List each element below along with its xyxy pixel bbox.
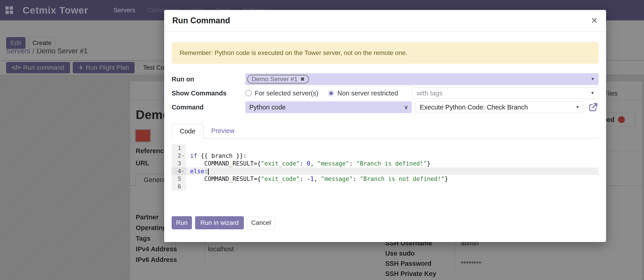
with-tags-select[interactable]: with tags ▼ — [412, 87, 598, 99]
modal-header: Run Command ✕ — [164, 10, 606, 32]
modal-body: Remember: Python code is executed on the… — [164, 42, 606, 229]
command-label: Command — [172, 104, 245, 111]
caret-down-icon: ▼ — [590, 91, 594, 95]
editor-line-2[interactable]: 2▾if {{ branch }}: — [172, 152, 598, 160]
gutter-line-number: 2▾ — [172, 152, 186, 160]
code-text: if {{ branch }}: — [186, 152, 598, 160]
apps-menu-icon[interactable] — [6, 6, 13, 14]
editor-line-6[interactable]: 6 — [172, 183, 598, 190]
external-link-icon[interactable] — [588, 102, 598, 113]
nav-item-servers[interactable]: Servers — [114, 7, 135, 14]
gutter-line-number: 3 — [172, 160, 186, 167]
editor-line-3[interactable]: 3 COMMAND_RESULT={"exit_code": 0, "messa… — [172, 160, 598, 167]
run-button[interactable]: Run — [172, 216, 192, 229]
run-command-form: Run on Demo Server #1 ✖ ▼ Show Commands … — [172, 73, 598, 113]
run-in-wizard-button[interactable]: Run in wizard — [195, 216, 244, 229]
run-on-label: Run on — [172, 76, 245, 83]
run-on-row: Run on Demo Server #1 ✖ ▼ — [172, 73, 598, 85]
code-text: COMMAND_RESULT={"exit_code": 0, "message… — [186, 160, 598, 167]
chevron-down-icon: ∨ — [404, 104, 408, 111]
modal-tabs: Code Preview — [172, 124, 598, 138]
tag-remove-icon[interactable]: ✖ — [300, 76, 304, 82]
gutter-line-number: 1 — [172, 144, 186, 152]
radio-non-server-restricted[interactable]: Non server restricted — [328, 90, 398, 97]
code-editor[interactable]: 12▾if {{ branch }}:3 COMMAND_RESULT={"ex… — [172, 144, 598, 190]
modal-title: Run Command — [172, 16, 230, 25]
close-icon[interactable]: ✕ — [591, 16, 598, 25]
caret-down-icon: ▼ — [591, 77, 594, 81]
warning-alert: Remember: Python code is executed on the… — [172, 42, 598, 64]
run-command-modal: Run Command ✕ Remember: Python code is e… — [164, 10, 606, 242]
code-text — [186, 183, 598, 190]
command-select[interactable]: Execute Python Code: Check Branch ▼ — [415, 101, 584, 113]
modal-footer: Run Run in wizard Cancel — [172, 216, 598, 229]
cancel-button[interactable]: Cancel — [247, 216, 275, 229]
command-row: Command Python code ∨ Execute Python Cod… — [172, 101, 598, 113]
gutter-line-number: 6 — [172, 183, 186, 190]
tab-preview[interactable]: Preview — [204, 123, 242, 138]
code-text — [186, 144, 598, 152]
fold-icon[interactable]: ▾ — [181, 167, 185, 175]
code-text: COMMAND_RESULT={"exit_code": -1, "messag… — [186, 175, 598, 183]
brand-logo[interactable]: Cetmix Tower — [22, 5, 88, 16]
radio-unchecked-icon — [245, 90, 252, 96]
editor-line-5[interactable]: 5 COMMAND_RESULT={"exit_code": -1, "mess… — [172, 175, 598, 183]
fold-icon[interactable]: ▾ — [181, 152, 185, 160]
text-cursor — [208, 169, 209, 175]
show-commands-label: Show Commands — [172, 90, 245, 97]
radio-checked-icon — [328, 90, 334, 96]
gutter-line-number: 4▾ — [172, 167, 186, 175]
editor-line-1[interactable]: 1 — [172, 144, 598, 152]
caret-down-icon: ▼ — [576, 105, 580, 109]
run-on-select[interactable]: Demo Server #1 ✖ ▼ — [245, 73, 598, 85]
code-text: else: — [186, 167, 598, 175]
show-commands-radios: For selected server(s) Non server restri… — [245, 90, 412, 97]
gutter-line-number: 5 — [172, 175, 186, 183]
radio-for-selected-servers[interactable]: For selected server(s) — [245, 90, 318, 97]
command-type-select[interactable]: Python code ∨ — [245, 101, 412, 113]
server-tag: Demo Server #1 ✖ — [247, 75, 309, 84]
editor-line-4[interactable]: 4▾else: — [172, 167, 598, 175]
show-commands-row: Show Commands For selected server(s) Non… — [172, 87, 598, 99]
tab-code[interactable]: Code — [172, 124, 204, 138]
